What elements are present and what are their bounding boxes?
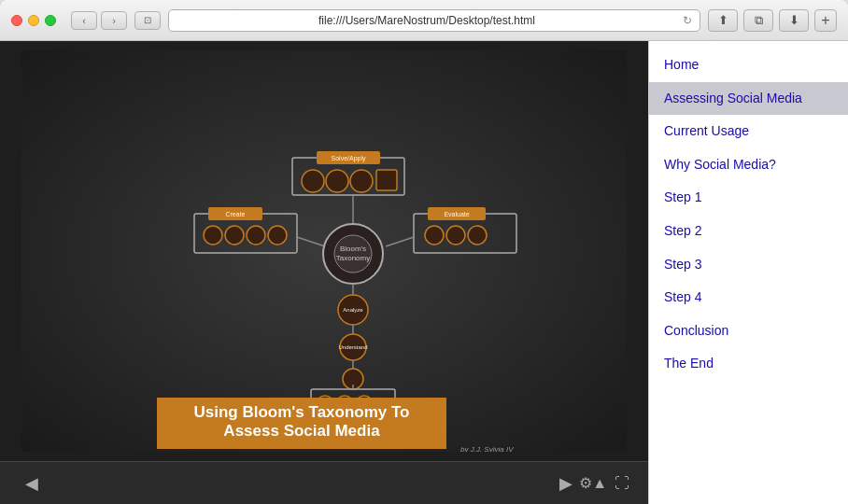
download-icon: ⬇ [789, 13, 799, 27]
toc-item-step3[interactable]: Step 3 [649, 248, 848, 282]
toc-item-assessing-social-media[interactable]: Assessing Social Media [649, 82, 848, 116]
prev-icon: ◀ [25, 473, 38, 494]
next-slide-button[interactable]: ▶ [553, 470, 579, 497]
slide-toolbar: ◀ ▶ ⚙▲ ⛶ [0, 461, 648, 504]
svg-text:Bloom's: Bloom's [340, 245, 366, 253]
new-tab-icon: + [821, 12, 829, 29]
svg-point-6 [350, 170, 373, 192]
diagram: Solve/Apply Create [21, 50, 627, 452]
svg-point-21 [446, 226, 465, 245]
svg-text:Assess Social Media: Assess Social Media [223, 422, 380, 440]
toc-item-step1[interactable]: Step 1 [649, 181, 848, 215]
svg-point-14 [247, 226, 265, 245]
refresh-button[interactable]: ↻ [683, 14, 692, 27]
maximize-button[interactable] [45, 15, 56, 26]
settings-icon: ⚙▲ [579, 474, 607, 492]
share-button[interactable]: ⬆ [708, 9, 738, 32]
svg-point-22 [468, 226, 487, 245]
slide: Solve/Apply Create [21, 50, 627, 452]
toc-item-current-usage[interactable]: Current Usage [649, 115, 848, 148]
svg-text:Taxonomy: Taxonomy [336, 254, 370, 262]
sidebar-icon: ⊡ [144, 15, 151, 25]
svg-text:Create: Create [225, 211, 245, 217]
svg-point-12 [204, 226, 222, 245]
toc-item-conclusion[interactable]: Conclusion [649, 315, 848, 348]
address-bar-container: file:///Users/MareNostrum/Desktop/test.h… [168, 9, 700, 32]
svg-text:Analyze: Analyze [343, 307, 363, 313]
new-tab-button[interactable]: + [814, 9, 837, 32]
download-button[interactable]: ⬇ [779, 9, 809, 32]
toc-item-why-social-media[interactable]: Why Social Media? [649, 148, 848, 182]
svg-text:Using Bloom's Taxonomy To: Using Bloom's Taxonomy To [193, 403, 409, 421]
svg-text:Solve/Apply: Solve/Apply [332, 155, 366, 162]
minimize-button[interactable] [28, 15, 39, 26]
prev-slide-button[interactable]: ◀ [19, 470, 45, 497]
slide-container: Solve/Apply Create [0, 41, 648, 461]
settings-button[interactable]: ⚙▲ [579, 474, 607, 492]
svg-text:by J.J. Sylvia IV: by J.J. Sylvia IV [460, 445, 514, 452]
svg-point-13 [225, 226, 244, 245]
traffic-lights [11, 15, 56, 26]
title-bar: ‹ › ⊡ file:///Users/MareNostrum/Desktop/… [0, 0, 848, 41]
tabs-button[interactable]: ⧉ [743, 9, 773, 32]
svg-text:Evaluate: Evaluate [444, 211, 469, 217]
back-button[interactable]: ‹ [71, 11, 97, 30]
address-text: file:///Users/MareNostrum/Desktop/test.h… [177, 14, 677, 27]
toc-item-the-end[interactable]: The End [649, 347, 848, 381]
tabs-icon: ⧉ [755, 13, 763, 28]
main-content: Solve/Apply Create [0, 41, 848, 504]
svg-point-20 [425, 226, 444, 245]
toc-item-home[interactable]: Home [649, 49, 848, 82]
svg-point-15 [268, 226, 287, 245]
browser-window: ‹ › ⊡ file:///Users/MareNostrum/Desktop/… [0, 0, 848, 504]
svg-point-4 [302, 170, 324, 192]
back-icon: ‹ [82, 15, 86, 26]
toc-sidebar: Home Assessing Social Media Current Usag… [648, 41, 848, 504]
toolbar-right: ⬆ ⧉ ⬇ + [708, 9, 837, 32]
slide-controls-right: ⚙▲ ⛶ [579, 474, 629, 492]
address-bar[interactable]: file:///Users/MareNostrum/Desktop/test.h… [168, 9, 700, 32]
svg-rect-7 [376, 170, 397, 190]
sidebar-toggle-button[interactable]: ⊡ [134, 11, 161, 30]
fullscreen-icon: ⛶ [615, 475, 629, 492]
toc-item-step4[interactable]: Step 4 [649, 281, 848, 315]
svg-point-5 [326, 170, 348, 192]
nav-buttons: ‹ › [71, 11, 127, 30]
presentation-area: Solve/Apply Create [0, 41, 648, 504]
share-icon: ⬆ [718, 13, 728, 27]
fullscreen-button[interactable]: ⛶ [615, 475, 629, 492]
forward-button[interactable]: › [101, 11, 127, 30]
close-button[interactable] [11, 15, 22, 26]
svg-text:Understand: Understand [338, 344, 367, 350]
next-icon: ▶ [559, 473, 572, 494]
forward-icon: › [112, 15, 116, 26]
toc-item-step2[interactable]: Step 2 [649, 215, 848, 248]
